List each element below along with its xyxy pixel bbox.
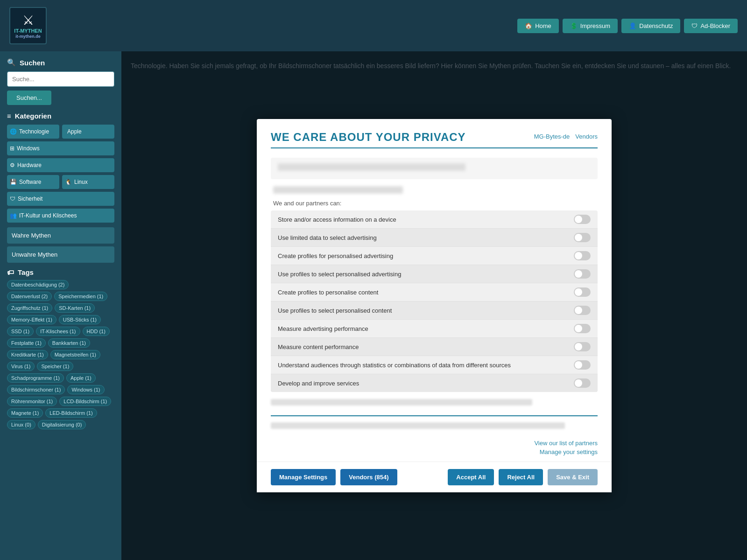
kategorien-icon: ≡ bbox=[7, 112, 11, 120]
adblocker-button[interactable]: 🛡 Ad-Blocker bbox=[684, 19, 738, 33]
tag-badge[interactable]: IT-Klischees (1) bbox=[36, 327, 80, 336]
tag-badge[interactable]: Bildschirmschoner (1) bbox=[7, 385, 65, 394]
permission-row: Measure advertising performance bbox=[271, 320, 598, 338]
toggle-switch[interactable] bbox=[574, 342, 591, 351]
vendors-button[interactable]: Vendors (854) bbox=[340, 469, 397, 485]
toggle-switch[interactable] bbox=[574, 269, 591, 279]
tag-badge[interactable]: Speicher (1) bbox=[37, 362, 73, 371]
tags-title: 🏷 Tags bbox=[7, 268, 114, 276]
tag-badge[interactable]: Virus (1) bbox=[7, 362, 35, 371]
toggle-switch[interactable] bbox=[574, 306, 591, 315]
toggle-switch[interactable] bbox=[574, 287, 591, 297]
blurred-bottom-2 bbox=[271, 422, 565, 429]
toggle-switch[interactable] bbox=[574, 360, 591, 370]
permission-row: Create profiles to personalise content bbox=[271, 283, 598, 301]
tag-badge[interactable]: Röhrenmonitor (1) bbox=[7, 397, 57, 406]
datenschutz-label: Datenschutz bbox=[639, 22, 673, 29]
tag-badge[interactable]: LCD-Bildschirm (1) bbox=[59, 397, 111, 406]
tag-badge[interactable]: Datenverlust (2) bbox=[7, 292, 52, 301]
sicherheit-icon: 🛡 bbox=[10, 196, 15, 202]
tag-badge[interactable]: Schadprogramme (1) bbox=[7, 373, 64, 383]
cat-software[interactable]: 💾 Software bbox=[7, 175, 59, 189]
unwahre-mythen-button[interactable]: Unwahre Mythen bbox=[7, 246, 114, 263]
tag-badge[interactable]: Magnete (1) bbox=[7, 408, 43, 418]
modal-header: WE CARE ABOUT YOUR PRIVACY MG-Bytes-de V… bbox=[257, 119, 612, 158]
permission-row: Measure content performance bbox=[271, 338, 598, 356]
tag-badge[interactable]: Memory-Effekt (1) bbox=[7, 315, 56, 324]
tag-badge[interactable]: Apple (1) bbox=[66, 373, 96, 383]
permission-row: Develop and improve services bbox=[271, 374, 598, 392]
search-section-title: 🔍 Suchen bbox=[7, 58, 114, 67]
permission-text: Use profiles to select personalised adve… bbox=[278, 271, 401, 278]
technologie-icon: 🌐 bbox=[10, 128, 17, 135]
toggle-switch[interactable] bbox=[574, 215, 591, 224]
toggle-switch[interactable] bbox=[574, 251, 591, 260]
permissions-list: Store and/or access information on a dev… bbox=[271, 210, 598, 392]
home-button[interactable]: 🏠 Home bbox=[517, 19, 559, 33]
cat-technologie[interactable]: 🌐 Technologie bbox=[7, 125, 59, 139]
footer-right: Accept All Reject All Save & Exit bbox=[448, 469, 598, 485]
view-partners-link[interactable]: View our list of partners bbox=[271, 440, 598, 447]
sidebar: 🔍 Suchen Suchen... ≡ Kategorien 🌐 Techno… bbox=[0, 51, 121, 560]
logo-area: ⚔ IT-MYTHEN it-mythen.de bbox=[9, 7, 47, 44]
datenschutz-button[interactable]: 👤 Datenschutz bbox=[621, 19, 680, 33]
search-input[interactable] bbox=[7, 71, 114, 87]
logo-box: ⚔ IT-MYTHEN it-mythen.de bbox=[9, 7, 47, 44]
header-nav: 🏠 Home 💲 Impressum 👤 Datenschutz 🛡 Ad-Bl… bbox=[517, 19, 738, 33]
modal-footer: Manage Settings Vendors (854) Accept All… bbox=[257, 462, 612, 492]
search-button[interactable]: Suchen... bbox=[7, 91, 51, 105]
tag-badge[interactable]: Kreditkarte (1) bbox=[7, 350, 48, 359]
main-layout: 🔍 Suchen Suchen... ≡ Kategorien 🌐 Techno… bbox=[0, 51, 747, 560]
permission-row: Create profiles for personalised adverti… bbox=[271, 247, 598, 265]
impressum-button[interactable]: 💲 Impressum bbox=[563, 19, 618, 33]
partners-label: We and our partners can: bbox=[271, 200, 598, 207]
toggle-switch[interactable] bbox=[574, 233, 591, 242]
logo-text: IT-MYTHEN bbox=[14, 28, 42, 34]
footer-left: Manage Settings Vendors (854) bbox=[271, 469, 397, 485]
permission-text: Measure advertising performance bbox=[278, 325, 368, 332]
cat-hardware[interactable]: ⚙ Hardware bbox=[7, 158, 114, 172]
toggle-switch[interactable] bbox=[574, 378, 591, 388]
mg-bytes-link[interactable]: MG-Bytes-de bbox=[534, 133, 570, 140]
tag-badge[interactable]: Zugriffschutz (1) bbox=[7, 303, 52, 313]
tag-badge[interactable]: USB-Sticks (1) bbox=[59, 315, 101, 324]
tag-badge[interactable]: Speichermedien (1) bbox=[54, 292, 107, 301]
content-area: Technologie. Haben Sie sich jemals gefra… bbox=[121, 51, 747, 560]
consent-links: View our list of partners Manage your se… bbox=[271, 435, 598, 462]
wahre-mythen-button[interactable]: Wahre Mythen bbox=[7, 227, 114, 244]
modal-title-underline bbox=[271, 147, 598, 148]
tag-badge[interactable]: Linux (0) bbox=[7, 420, 35, 429]
impressum-icon: 💲 bbox=[570, 22, 578, 29]
search-section-icon: 🔍 bbox=[7, 58, 16, 67]
tags-container: Datenbeschädigung (2)Datenverlust (2)Spe… bbox=[7, 280, 114, 429]
tag-badge[interactable]: Windows (1) bbox=[67, 385, 104, 394]
cat-it-kultur[interactable]: 👥 IT-Kultur und Klischees bbox=[7, 209, 114, 223]
toggle-switch[interactable] bbox=[574, 324, 591, 333]
reject-all-button[interactable]: Reject All bbox=[499, 469, 543, 485]
tag-badge[interactable]: SD-Karten (1) bbox=[55, 303, 95, 313]
tag-badge[interactable]: Festplatte (1) bbox=[7, 338, 46, 348]
manage-settings-button[interactable]: Manage Settings bbox=[271, 469, 336, 485]
permission-row: Use limited data to select advertising bbox=[271, 229, 598, 247]
cat-sicherheit[interactable]: 🛡 Sicherheit bbox=[7, 192, 114, 206]
tag-badge[interactable]: Digitalisierung (0) bbox=[38, 420, 86, 429]
kategorien-title: ≡ Kategorien bbox=[7, 112, 114, 120]
vendors-link[interactable]: Vendors bbox=[575, 133, 598, 140]
windows-icon: ⊞ bbox=[10, 145, 14, 152]
save-exit-button[interactable]: Save & Exit bbox=[548, 469, 598, 485]
modal-body: We and our partners can: Store and/or ac… bbox=[257, 158, 612, 462]
tag-badge[interactable]: Datenbeschädigung (2) bbox=[7, 280, 69, 289]
tag-badge[interactable]: SSD (1) bbox=[7, 327, 34, 336]
manage-settings-link[interactable]: Manage your settings bbox=[271, 448, 598, 455]
tag-badge[interactable]: Bankkarten (1) bbox=[48, 338, 90, 348]
tag-badge[interactable]: Magnetstreifen (1) bbox=[50, 350, 100, 359]
cat-linux[interactable]: 🐧 Linux bbox=[62, 175, 114, 189]
tag-badge[interactable]: LED-Bildschirm (1) bbox=[45, 408, 97, 418]
accept-all-button[interactable]: Accept All bbox=[448, 469, 494, 485]
datenschutz-icon: 👤 bbox=[629, 22, 636, 29]
permission-text: Develop and improve services bbox=[278, 380, 359, 387]
cat-windows[interactable]: ⊞ Windows bbox=[7, 141, 114, 155]
cat-apple[interactable]: Apple bbox=[62, 125, 114, 139]
tag-badge[interactable]: HDD (1) bbox=[83, 327, 110, 336]
blurred-intro bbox=[273, 186, 403, 194]
